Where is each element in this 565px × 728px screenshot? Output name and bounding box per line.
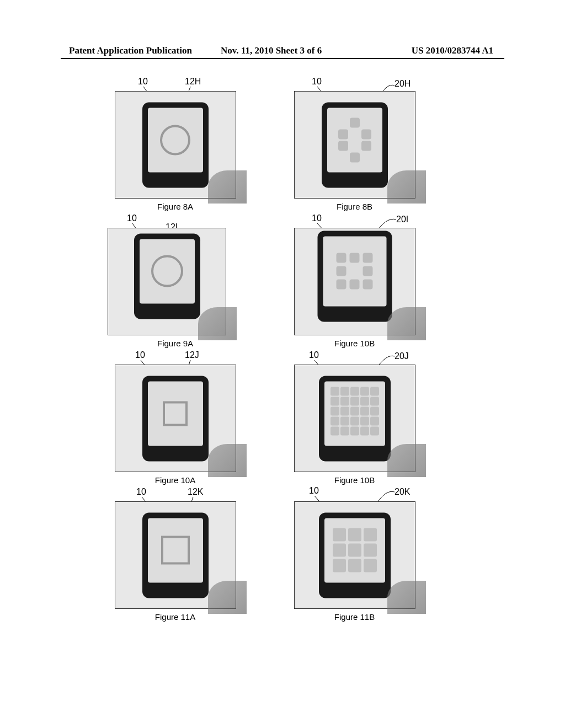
page-header: Patent Application Publication Nov. 11, … [0, 45, 565, 56]
hand-icon [208, 581, 247, 614]
figure-frame [294, 365, 415, 472]
header-date-sheet: Nov. 11, 2010 Sheet 3 of 6 [221, 45, 322, 56]
figure-frame [115, 91, 236, 199]
figure-frame [294, 501, 415, 609]
device-icon [142, 102, 209, 188]
gesture-circle-icon [160, 125, 190, 155]
icon-ring [338, 117, 371, 162]
figure-row: 10 12J 18 Figure 10A [97, 354, 472, 485]
ref-label: 10 [309, 350, 319, 360]
device-screen [324, 381, 385, 446]
hand-icon [387, 581, 426, 614]
figures-container: 10 12H 18 Figure 8A [97, 80, 472, 627]
figure-frame [294, 91, 415, 199]
ref-label: 10 [136, 487, 146, 497]
device-screen [327, 108, 382, 172]
figure-frame [108, 228, 226, 335]
figure-frame [115, 365, 236, 472]
device-icon [142, 512, 209, 598]
ref-label: 10 [135, 350, 145, 360]
ref-label: 20K [395, 487, 410, 497]
device-icon [134, 233, 200, 319]
device-icon [319, 512, 391, 598]
hand-icon [208, 170, 247, 204]
hand-icon [208, 444, 247, 477]
ref-label: 12J [185, 350, 199, 360]
figure-row: 10 12K 18 Figure 11A [97, 490, 472, 622]
header-publication-number: US 2010/0283744 A1 [412, 45, 493, 56]
figure-frame [115, 501, 236, 609]
device-screen [323, 236, 386, 306]
device-icon [319, 376, 391, 461]
figure-9b: 10 20I [276, 217, 433, 348]
device-screen [148, 518, 203, 582]
figure-9a: 10 12I 18 Figure 9A [97, 217, 254, 348]
hand-icon [387, 307, 426, 340]
figure-10a: 10 12J 18 Figure 10A [97, 354, 254, 485]
ref-label: 20I [396, 215, 408, 224]
figure-8a: 10 12H 18 Figure 8A [97, 80, 254, 211]
ref-label: 12K [188, 487, 203, 497]
figure-11a: 10 12K 18 Figure 11A [97, 490, 254, 622]
gesture-square-icon [163, 401, 188, 426]
device-icon [322, 102, 388, 188]
ref-label: 10 [309, 486, 319, 496]
device-icon [317, 231, 392, 322]
figure-11b: 10 20K [276, 490, 433, 622]
icon-grid [329, 525, 380, 576]
hand-icon [198, 307, 237, 340]
header-rule [61, 58, 504, 59]
ref-label: 10 [138, 77, 148, 87]
ref-label: 10 [312, 77, 322, 87]
header-publication-type: Patent Application Publication [69, 45, 192, 56]
ref-label: 10 [127, 213, 137, 223]
gesture-square-icon [161, 536, 190, 565]
ref-label: 10 [312, 213, 322, 223]
ref-label: 12H [185, 77, 201, 87]
ref-label: 20H [395, 79, 411, 89]
figure-row: 10 12I 18 Figure 9A [97, 217, 472, 348]
icon-grid [328, 384, 381, 437]
gesture-circle-icon [151, 255, 183, 287]
hand-icon [387, 170, 426, 204]
figure-frame [294, 228, 415, 335]
figure-10b: 10 20J [276, 354, 433, 485]
figure-row: 10 12H 18 Figure 8A [97, 80, 472, 211]
icon-ring [337, 253, 373, 290]
figure-8b: 10 20H [276, 80, 433, 211]
hand-icon [387, 444, 426, 477]
device-screen [148, 381, 203, 446]
device-icon [142, 376, 209, 461]
device-screen [140, 239, 195, 303]
device-screen [324, 518, 385, 582]
device-screen [148, 108, 203, 172]
ref-label: 20J [395, 351, 409, 361]
